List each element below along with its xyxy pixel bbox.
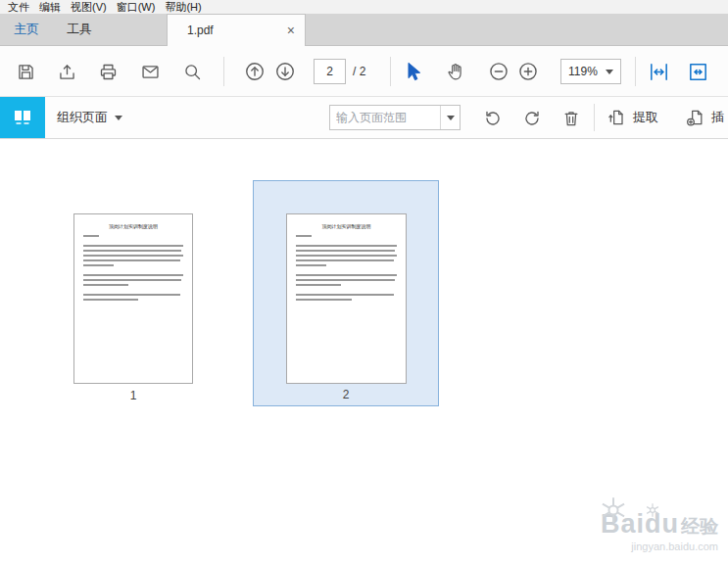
extract-button[interactable]: 提取 [607, 97, 658, 138]
print-icon [98, 62, 119, 82]
delete-icon [561, 109, 581, 128]
organize-pages-menu[interactable]: 组织页面 [57, 97, 122, 138]
page-range-combobox [329, 105, 461, 130]
email-button[interactable] [136, 58, 164, 85]
organize-pages-label: 组织页面 [57, 109, 108, 126]
separator [223, 57, 224, 86]
tab-home[interactable]: 主页 [0, 14, 53, 45]
acrobat-window: 文件 编辑 视图(V) 窗口(W) 帮助(H) 主页 工具 1.pdf × [0, 0, 728, 564]
page-range-input[interactable] [330, 106, 440, 129]
snowflake-icon [644, 501, 661, 519]
extract-icon [607, 108, 627, 127]
watermark-url: jingyan.baidu.com [601, 540, 718, 552]
page-range-dropdown-button[interactable] [440, 106, 460, 129]
tab-document[interactable]: 1.pdf × [167, 14, 306, 46]
document-title-text: 顶岗计划实训制度说明 [296, 223, 397, 229]
zoom-out-button[interactable] [485, 58, 512, 85]
next-page-button[interactable] [271, 58, 299, 85]
zoom-out-icon [488, 61, 510, 82]
chevron-down-icon [115, 116, 122, 120]
share-button[interactable] [53, 58, 80, 85]
separator [635, 57, 636, 86]
page-2-preview: 顶岗计划实训制度说明 [287, 214, 406, 301]
hand-tool-icon [445, 62, 465, 82]
separator [390, 57, 391, 86]
document-title-text: 顶岗计划实训制度说明 [83, 223, 183, 229]
page-2-label: 2 [254, 388, 438, 401]
rotate-cw-button[interactable] [519, 106, 545, 131]
email-icon [140, 62, 161, 82]
search-button[interactable] [178, 58, 206, 85]
zoom-in-button[interactable] [514, 58, 542, 85]
organize-pages-icon [0, 97, 45, 138]
document-body-lines [296, 235, 397, 301]
zoom-level-dropdown[interactable]: 119% [560, 59, 621, 84]
menu-window[interactable]: 窗口(W) [117, 0, 156, 15]
page-1-label: 1 [73, 389, 193, 402]
fit-page-icon [687, 61, 709, 83]
zoom-in-icon [517, 61, 539, 82]
menu-edit[interactable]: 编辑 [39, 0, 61, 15]
tab-bar: 主页 工具 1.pdf × [0, 14, 728, 46]
delete-pages-button[interactable] [558, 106, 584, 131]
page-thumbnail-2[interactable]: 顶岗计划实训制度说明 [286, 213, 407, 384]
page-up-icon [244, 61, 266, 82]
menu-help[interactable]: 帮助(H) [165, 0, 201, 15]
page-number-input[interactable]: 2 [314, 59, 346, 84]
separator [594, 104, 595, 131]
select-tool-button[interactable] [400, 58, 427, 85]
menu-bar: 文件 编辑 视图(V) 窗口(W) 帮助(H) [0, 0, 728, 14]
fit-width-button[interactable] [645, 58, 672, 85]
rotate-ccw-icon [483, 109, 503, 128]
close-icon[interactable]: × [287, 24, 295, 37]
search-icon [182, 62, 203, 82]
pages-glyph-icon [11, 106, 34, 129]
page-down-icon [274, 61, 296, 82]
print-button[interactable] [94, 58, 121, 85]
document-body-lines [83, 235, 183, 301]
page-1-preview: 顶岗计划实训制度说明 [74, 214, 192, 301]
tab-tools[interactable]: 工具 [53, 14, 106, 45]
pages-panel: 顶岗计划实训制度说明 1 顶岗计划实训制度说明 2 Baidu [0, 139, 728, 564]
page-total-label: / 2 [353, 65, 365, 78]
save-button[interactable] [12, 58, 39, 85]
watermark-suffix: 经验 [681, 514, 718, 540]
extract-label: 提取 [633, 109, 658, 126]
main-toolbar: 2 / 2 119% [0, 46, 728, 97]
insert-button[interactable]: 插 [686, 97, 724, 138]
page-2-selection[interactable]: 顶岗计划实训制度说明 2 [253, 180, 439, 406]
organize-toolbar: 组织页面 提 [0, 97, 728, 139]
document-tab-label: 1.pdf [187, 24, 214, 37]
baidu-watermark: Baidu 经验 jingyan.baidu.com [601, 509, 718, 552]
rotate-ccw-button[interactable] [480, 106, 506, 131]
rotate-cw-icon [522, 109, 542, 128]
previous-page-button[interactable] [241, 58, 268, 85]
page-thumbnail-1[interactable]: 顶岗计划实训制度说明 [73, 213, 193, 384]
chevron-down-icon [606, 70, 613, 74]
chevron-down-icon [447, 116, 455, 120]
fit-width-icon [648, 61, 670, 83]
share-icon [57, 62, 77, 82]
save-icon [16, 62, 36, 82]
menu-view[interactable]: 视图(V) [71, 0, 107, 15]
zoom-level-value: 119% [568, 65, 598, 78]
select-tool-icon [403, 61, 424, 82]
insert-icon [686, 108, 705, 127]
fit-page-button[interactable] [684, 58, 711, 85]
hand-tool-button[interactable] [441, 58, 468, 85]
menu-file[interactable]: 文件 [8, 0, 29, 15]
insert-label: 插 [711, 109, 724, 126]
snowflake-icon [597, 494, 630, 527]
